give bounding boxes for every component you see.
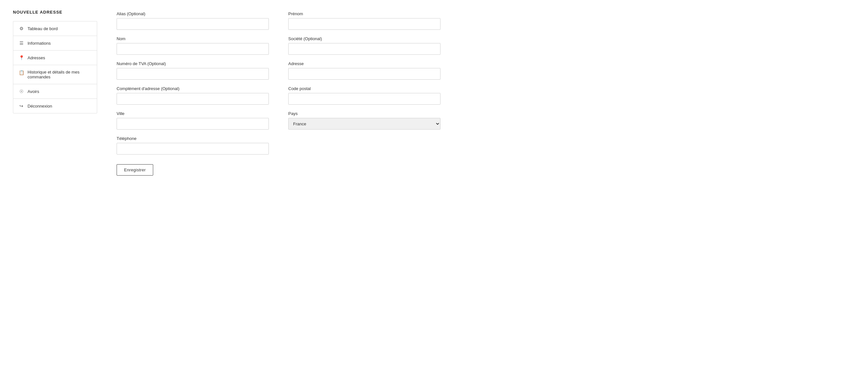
complement-group: Complément d'adresse (Optional) — [117, 86, 269, 104]
logout-icon: ↪ — [19, 103, 24, 109]
sidebar-item-label-adresses: Adresses — [28, 55, 45, 60]
form-left-column: Alias (Optional) Nom Numéro de TVA (Opti… — [117, 11, 269, 176]
ville-group: Ville — [117, 111, 269, 130]
societe-input[interactable] — [288, 43, 440, 55]
tva-label: Numéro de TVA (Optional) — [117, 61, 269, 66]
sidebar-item-label-avoirs: Avoirs — [28, 89, 39, 94]
gear-icon: ⚙ — [19, 26, 24, 31]
pays-label: Pays — [288, 111, 440, 116]
alias-group: Alias (Optional) — [117, 11, 269, 30]
calendar-icon: 📋 — [19, 70, 24, 75]
code-postal-input[interactable] — [288, 93, 440, 104]
societe-group: Société (Optional) — [288, 36, 440, 55]
sidebar-item-avoirs[interactable]: ☉ Avoirs — [13, 84, 97, 99]
main-content: Alias (Optional) Nom Numéro de TVA (Opti… — [117, 10, 440, 176]
sidebar-item-label-deconnexion: Déconnexion — [28, 104, 52, 109]
sidebar-item-historique[interactable]: 📋 Historique et détails de mes commandes — [13, 65, 97, 84]
list-icon: ☰ — [19, 40, 24, 46]
pays-select[interactable]: France Belgique Suisse Luxembourg Allema… — [288, 118, 440, 130]
pin-icon: 📍 — [19, 55, 24, 60]
code-postal-label: Code postal — [288, 86, 440, 91]
prenom-group: Prénom — [288, 11, 440, 30]
pays-group: Pays France Belgique Suisse Luxembourg A… — [288, 111, 440, 130]
ville-label: Ville — [117, 111, 269, 116]
tva-input[interactable] — [117, 68, 269, 80]
nom-label: Nom — [117, 36, 269, 41]
sidebar-item-label-informations: Informations — [28, 41, 51, 46]
complement-input[interactable] — [117, 93, 269, 104]
adresse-input[interactable] — [288, 68, 440, 80]
sidebar-item-deconnexion[interactable]: ↪ Déconnexion — [13, 99, 97, 113]
prenom-input[interactable] — [288, 18, 440, 30]
adresse-label: Adresse — [288, 61, 440, 66]
sidebar-item-tableau-de-bord[interactable]: ⚙ Tableau de bord — [13, 21, 97, 36]
complement-label: Complément d'adresse (Optional) — [117, 86, 269, 91]
ville-input[interactable] — [117, 118, 269, 130]
nom-input[interactable] — [117, 43, 269, 55]
page-title: NOUVELLE ADRESSE — [13, 10, 97, 14]
sidebar-item-informations[interactable]: ☰ Informations — [13, 36, 97, 51]
sidebar-item-label-historique: Historique et détails de mes commandes — [28, 70, 92, 80]
sidebar-item-label-tableau-de-bord: Tableau de bord — [28, 26, 58, 31]
address-form: Alias (Optional) Nom Numéro de TVA (Opti… — [117, 11, 440, 176]
sidebar: NOUVELLE ADRESSE ⚙ Tableau de bord ☰ Inf… — [13, 10, 97, 176]
form-right-column: Prénom Société (Optional) Adresse Code p… — [288, 11, 440, 176]
code-postal-group: Code postal — [288, 86, 440, 104]
tva-group: Numéro de TVA (Optional) — [117, 61, 269, 80]
alias-input[interactable] — [117, 18, 269, 30]
save-button[interactable]: Enregistrer — [117, 164, 153, 176]
telephone-label: Téléphone — [117, 136, 269, 141]
sidebar-nav: ⚙ Tableau de bord ☰ Informations 📍 Adres… — [13, 21, 97, 113]
circle-icon: ☉ — [19, 89, 24, 94]
telephone-group: Téléphone — [117, 136, 269, 155]
nom-group: Nom — [117, 36, 269, 55]
societe-label: Société (Optional) — [288, 36, 440, 41]
alias-label: Alias (Optional) — [117, 11, 269, 16]
telephone-input[interactable] — [117, 143, 269, 155]
adresse-group: Adresse — [288, 61, 440, 80]
sidebar-item-adresses[interactable]: 📍 Adresses — [13, 51, 97, 65]
prenom-label: Prénom — [288, 11, 440, 16]
